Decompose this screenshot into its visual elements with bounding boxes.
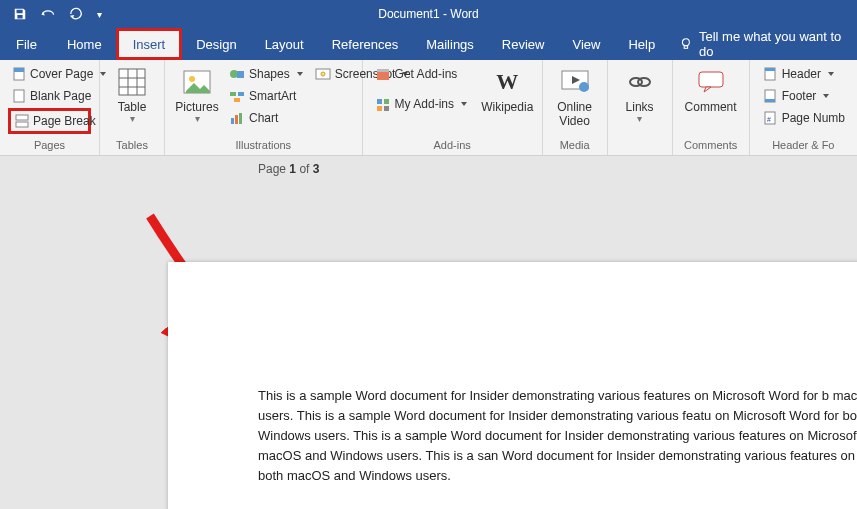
comment-icon [695, 66, 727, 98]
group-comments-label: Comments [681, 139, 741, 153]
svg-point-33 [638, 78, 650, 86]
smartart-label: SmartArt [249, 89, 296, 103]
svg-point-14 [230, 70, 238, 78]
svg-rect-21 [239, 113, 242, 124]
lightbulb-icon [679, 37, 693, 51]
group-media: Online Video Media [543, 60, 608, 155]
title-bar: ▾ Document1 - Word [0, 0, 857, 28]
svg-point-31 [579, 82, 589, 92]
body-text: This is a sample Word document for Insid… [258, 386, 857, 486]
page-indicator: Page 1 of 3 [258, 162, 319, 176]
save-button[interactable] [8, 3, 32, 25]
svg-rect-36 [765, 68, 775, 71]
links-dropdown-icon: ▾ [637, 113, 642, 124]
shapes-icon [229, 66, 245, 82]
link-icon [624, 66, 656, 98]
svg-rect-17 [238, 92, 244, 96]
header-button[interactable]: Header [758, 64, 849, 84]
svg-rect-7 [119, 69, 145, 95]
screenshot-icon [315, 66, 331, 82]
document-page[interactable]: This is a sample Word document for Insid… [168, 262, 857, 509]
get-addins-button[interactable]: Get Add-ins [371, 64, 471, 84]
table-button[interactable]: Table ▾ [108, 64, 156, 124]
page-break-icon [15, 113, 29, 129]
tab-file[interactable]: File [0, 28, 53, 60]
shapes-button[interactable]: Shapes [225, 64, 307, 84]
footer-label: Footer [782, 89, 817, 103]
undo-button[interactable] [36, 3, 60, 25]
tab-help[interactable]: Help [614, 28, 669, 60]
svg-rect-16 [230, 92, 236, 96]
links-label: Links [626, 100, 654, 114]
ribbon: Cover Page Blank Page Page Break Pages T… [0, 60, 857, 156]
tab-review[interactable]: Review [488, 28, 559, 60]
header-icon [762, 66, 778, 82]
page-break-button[interactable]: Page Break [8, 108, 91, 134]
svg-rect-3 [14, 68, 24, 72]
chart-icon [229, 110, 245, 126]
svg-rect-20 [235, 115, 238, 124]
comment-button[interactable]: Comment [681, 64, 741, 114]
group-pages: Cover Page Blank Page Page Break Pages [0, 60, 100, 155]
svg-rect-15 [237, 71, 244, 78]
svg-rect-1 [684, 46, 687, 49]
group-tables: Table ▾ Tables [100, 60, 165, 155]
group-comments: Comment Comments [673, 60, 750, 155]
tab-design[interactable]: Design [182, 28, 250, 60]
smartart-icon [229, 88, 245, 104]
cover-page-label: Cover Page [30, 67, 93, 81]
svg-rect-18 [234, 98, 240, 102]
svg-rect-24 [377, 71, 389, 80]
svg-point-13 [189, 76, 195, 82]
redo-button[interactable] [64, 3, 88, 25]
my-addins-button[interactable]: My Add-ins [371, 94, 471, 114]
tab-mailings[interactable]: Mailings [412, 28, 488, 60]
chart-button[interactable]: Chart [225, 108, 307, 128]
group-header-footer: Header Footer # Page Numb Header & Fo [750, 60, 857, 155]
page-number-label: Page Numb [782, 111, 845, 125]
shapes-label: Shapes [249, 67, 290, 81]
blank-page-button[interactable]: Blank Page [8, 86, 91, 106]
online-video-button[interactable]: Online Video [551, 64, 599, 128]
svg-rect-25 [377, 69, 389, 72]
footer-icon [762, 88, 778, 104]
cover-page-icon [12, 66, 26, 82]
group-addins: Get Add-ins My Add-ins W Wikipedia Add-i… [363, 60, 543, 155]
get-addins-label: Get Add-ins [395, 67, 458, 81]
customize-qat-dropdown[interactable]: ▾ [92, 3, 106, 25]
page-number-button[interactable]: # Page Numb [758, 108, 849, 128]
group-illustrations: Pictures ▾ Shapes SmartArt Chart [165, 60, 363, 155]
svg-rect-27 [384, 99, 389, 104]
smartart-button[interactable]: SmartArt [225, 86, 307, 106]
ribbon-tabs: File Home Insert Design Layout Reference… [0, 28, 857, 60]
svg-text:#: # [767, 116, 771, 123]
tab-home[interactable]: Home [53, 28, 116, 60]
tab-view[interactable]: View [558, 28, 614, 60]
cover-page-button[interactable]: Cover Page [8, 64, 91, 84]
wikipedia-button[interactable]: W Wikipedia [481, 64, 534, 114]
pictures-button[interactable]: Pictures ▾ [173, 64, 221, 124]
table-dropdown-icon: ▾ [130, 113, 135, 124]
group-illustrations-label: Illustrations [173, 139, 354, 153]
links-button[interactable]: Links ▾ [616, 64, 664, 124]
tell-me-search[interactable]: Tell me what you want to do [669, 29, 857, 59]
quick-access-toolbar: ▾ [0, 3, 106, 25]
tab-references[interactable]: References [318, 28, 412, 60]
group-links-label [616, 151, 664, 153]
svg-point-23 [321, 72, 325, 76]
group-links: Links ▾ [608, 60, 673, 155]
wikipedia-label: Wikipedia [481, 100, 533, 114]
tab-insert[interactable]: Insert [116, 28, 183, 60]
group-media-label: Media [551, 139, 599, 153]
footer-button[interactable]: Footer [758, 86, 849, 106]
pictures-icon [181, 66, 213, 98]
group-addins-label: Add-ins [371, 139, 534, 153]
addins-icon [375, 96, 391, 112]
svg-rect-6 [16, 122, 28, 127]
tab-layout[interactable]: Layout [251, 28, 318, 60]
group-pages-label: Pages [8, 139, 91, 153]
store-icon [375, 66, 391, 82]
svg-rect-34 [699, 72, 723, 87]
svg-point-0 [683, 39, 690, 46]
chart-label: Chart [249, 111, 278, 125]
